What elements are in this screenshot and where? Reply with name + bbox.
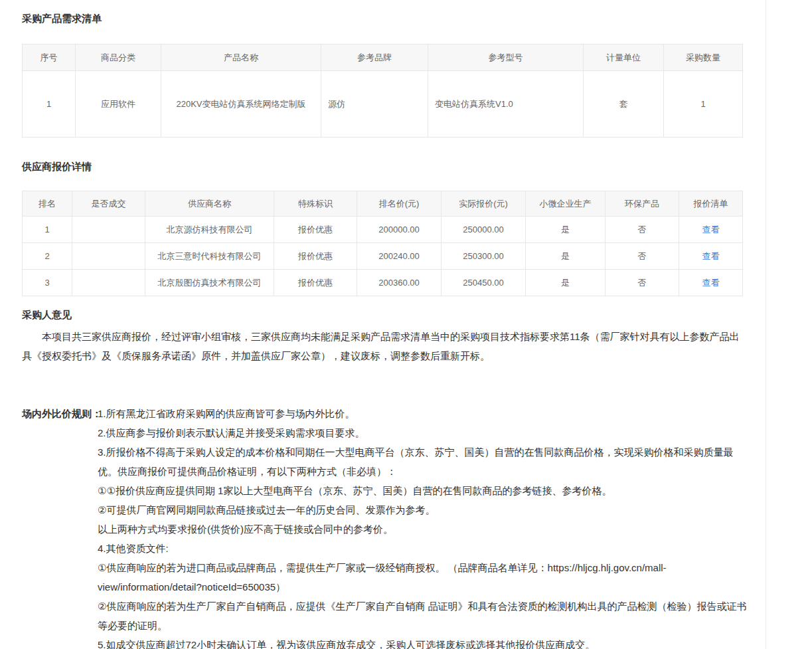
rule-item: ②可提供厂商官网同期同款商品链接或过去一年的历史合同、发票作为参考。 [98, 500, 747, 519]
col-header-supplier: 供应商名称 [145, 191, 274, 217]
view-quote-list-link[interactable]: 查看 [702, 251, 720, 261]
col-header-quote-list: 报价清单 [679, 191, 743, 217]
rule-item: 2.供应商参与报价则表示默认满足并接受采购需求项目要求。 [98, 423, 747, 442]
cell-rank-price: 200360.00 [357, 270, 442, 296]
col-header-rank-price: 排名价(元) [357, 191, 442, 217]
cell-dealt [72, 217, 145, 243]
section-title-product-demand: 采购产品需求清单 [22, 12, 747, 25]
quote-table-row: 1 北京源仿科技有限公司 报价优惠 200000.00 250000.00 是 … [23, 217, 743, 243]
cell-dealt [72, 270, 145, 296]
cell-special-tag: 报价优惠 [274, 217, 357, 243]
rule-item: 4.其他资质文件: [98, 539, 747, 558]
cell-eco-product: 否 [606, 243, 679, 270]
col-header-qty: 采购数量 [664, 45, 743, 71]
rule-item: ①①报价供应商应提供同期 1家以上大型电商平台（京东、苏宁、国美）自营的在售同款… [98, 481, 747, 500]
col-header-ref-model: 参考型号 [428, 45, 584, 71]
cell-eco-product: 否 [606, 217, 679, 243]
col-header-seq: 序号 [23, 45, 76, 71]
cell-supplier: 北京殷图仿真技术有限公司 [145, 270, 274, 296]
cell-actual-price: 250000.00 [442, 217, 526, 243]
cell-dealt [72, 243, 145, 270]
cell-rank-price: 200000.00 [357, 217, 442, 243]
col-header-category: 商品分类 [76, 45, 161, 71]
col-header-product-name: 产品名称 [161, 45, 321, 71]
rule-item: 1.所有黑龙江省政府采购网的供应商皆可参与场内外比价。 [98, 404, 747, 423]
cell-rank: 1 [23, 217, 72, 243]
price-comparison-rules: 场内外比价规则： 1.所有黑龙江省政府采购网的供应商皆可参与场内外比价。 2.供… [22, 404, 747, 649]
product-demand-table: 序号 商品分类 产品名称 参考品牌 参考型号 计量单位 采购数量 1 应用软件 … [22, 44, 743, 138]
col-header-actual-price: 实际报价(元) [442, 191, 526, 217]
cell-actual-price: 250300.00 [442, 243, 526, 270]
rule-item: 以上两种方式均要求报价(供货价)应不高于链接或合同中的参考价。 [98, 519, 747, 539]
rule-item: ②供应商响应的若为生产厂家自产自销商品，应提供《生产厂家自产自销商 品证明》和具… [98, 597, 747, 635]
view-quote-list-link[interactable]: 查看 [702, 278, 720, 288]
main-content: 采购产品需求清单 序号 商品分类 产品名称 参考品牌 参考型号 计量单位 采购数… [22, 12, 747, 649]
rule-item: 5.如成交供应商超过72小时未确认订单，视为该供应商放弃成交，采购人可选择废标或… [98, 635, 747, 649]
cell-unit: 套 [584, 71, 664, 138]
cell-ref-model: 变电站仿真系统V1.0 [428, 71, 584, 138]
product-table-row: 1 应用软件 220KV变电站仿真系统网络定制版 源仿 变电站仿真系统V1.0 … [23, 71, 743, 138]
cell-seq: 1 [23, 71, 76, 138]
procurement-detail-page: 采购产品需求清单 序号 商品分类 产品名称 参考品牌 参考型号 计量单位 采购数… [0, 0, 812, 649]
col-header-rank: 排名 [23, 191, 72, 217]
cell-rank: 2 [23, 243, 72, 270]
cell-small-micro: 是 [526, 217, 606, 243]
col-header-small-micro: 小微企业生产 [526, 191, 606, 217]
col-header-eco-product: 环保产品 [606, 191, 679, 217]
cell-supplier: 北京三意时代科技有限公司 [145, 243, 274, 270]
quote-table-row: 2 北京三意时代科技有限公司 报价优惠 200240.00 250300.00 … [23, 243, 743, 270]
cell-qty: 1 [664, 71, 743, 138]
cell-actual-price: 250450.00 [442, 270, 526, 296]
cell-rank: 3 [23, 270, 72, 296]
section-title-purchaser-opinion: 采购人意见 [22, 308, 747, 322]
cell-ref-brand: 源仿 [321, 71, 428, 138]
purchaser-opinion-text: 本项目共三家供应商报价，经过评审小组审核，三家供应商均未能满足采购产品需求清单当… [22, 327, 747, 365]
col-header-ref-brand: 参考品牌 [321, 45, 428, 71]
product-table-header-row: 序号 商品分类 产品名称 参考品牌 参考型号 计量单位 采购数量 [23, 45, 743, 71]
cell-special-tag: 报价优惠 [274, 243, 357, 270]
quote-table-header-row: 排名 是否成交 供应商名称 特殊标识 排名价(元) 实际报价(元) 小微企业生产… [23, 191, 743, 217]
rules-label: 场内外比价规则： [22, 404, 98, 649]
panel-right-divider [766, 0, 766, 649]
cell-category: 应用软件 [76, 71, 161, 138]
rule-item: ①供应商响应的若为进口商品或品牌商品，需提供生产厂家或一级经销商授权。 （品牌商… [98, 558, 747, 597]
rule-item: 3.所报价格不得高于采购人设定的成本价格和同期任一大型电商平台（京东、苏宁、国美… [98, 442, 747, 481]
supplier-quote-table: 排名 是否成交 供应商名称 特殊标识 排名价(元) 实际报价(元) 小微企业生产… [22, 191, 743, 296]
col-header-dealt: 是否成交 [72, 191, 145, 217]
rules-body: 1.所有黑龙江省政府采购网的供应商皆可参与场内外比价。 2.供应商参与报价则表示… [98, 404, 747, 649]
view-quote-list-link[interactable]: 查看 [702, 225, 720, 234]
cell-special-tag: 报价优惠 [274, 270, 357, 296]
cell-small-micro: 是 [526, 270, 606, 296]
col-header-unit: 计量单位 [584, 45, 664, 71]
quote-table-row: 3 北京殷图仿真技术有限公司 报价优惠 200360.00 250450.00 … [23, 270, 743, 296]
col-header-special-tag: 特殊标识 [274, 191, 357, 217]
cell-supplier: 北京源仿科技有限公司 [145, 217, 274, 243]
cell-eco-product: 否 [606, 270, 679, 296]
cell-rank-price: 200240.00 [357, 243, 442, 270]
section-title-supplier-quotes: 供应商报价详情 [22, 160, 747, 173]
cell-small-micro: 是 [526, 243, 606, 270]
cell-product-name: 220KV变电站仿真系统网络定制版 [161, 71, 321, 138]
